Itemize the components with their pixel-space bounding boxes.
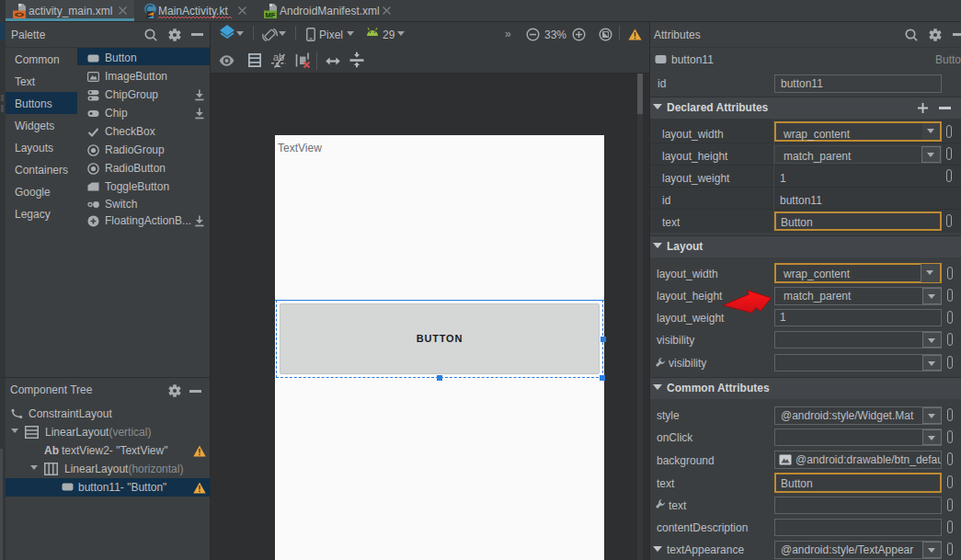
svg-text:<>: <> — [15, 10, 24, 19]
svg-text:MF: MF — [266, 11, 276, 19]
